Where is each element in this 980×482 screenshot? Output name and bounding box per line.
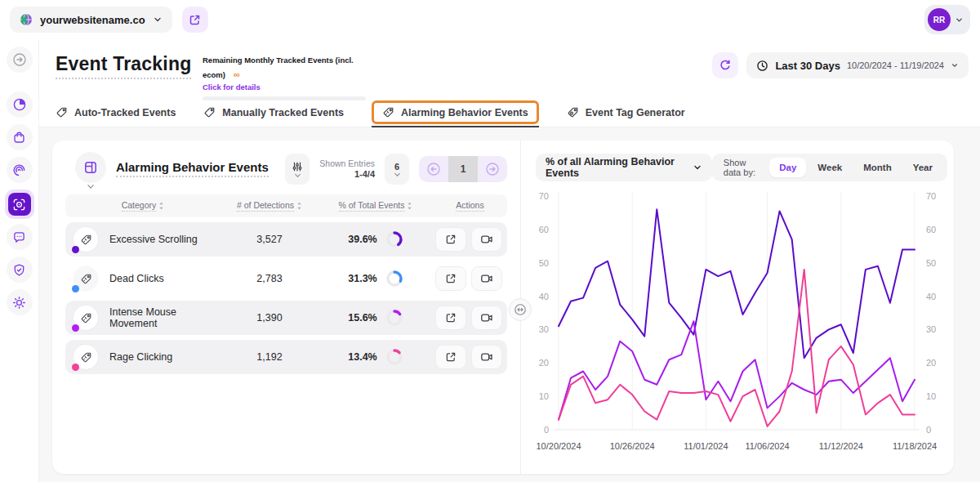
view-recordings-button[interactable] bbox=[471, 227, 502, 252]
column-header[interactable]: Actions bbox=[456, 200, 483, 212]
current-page[interactable]: 1 bbox=[448, 156, 478, 182]
open-details-button[interactable] bbox=[435, 306, 466, 330]
open-details-button[interactable] bbox=[435, 227, 466, 252]
prev-page-button[interactable] bbox=[419, 156, 448, 182]
view-recordings-button[interactable] bbox=[471, 306, 502, 330]
filter-columns-button[interactable] bbox=[285, 154, 310, 185]
sidebar-item-event-tracking[interactable] bbox=[5, 190, 34, 219]
granularity-month[interactable]: Month bbox=[853, 158, 901, 177]
sidebar-item-analytics[interactable] bbox=[7, 91, 33, 118]
tag-icon bbox=[203, 106, 216, 118]
detections-count: 3,527 bbox=[220, 234, 318, 245]
pie-chart-icon bbox=[12, 97, 27, 112]
sidebar-item-settings[interactable] bbox=[7, 289, 33, 315]
column-header[interactable]: % of Total Events bbox=[339, 200, 405, 212]
sidebar-collapse[interactable] bbox=[7, 47, 33, 73]
svg-text:20: 20 bbox=[539, 358, 549, 368]
chevron-down-icon bbox=[87, 184, 95, 190]
shown-entries: Shown Entries 1-4/4 bbox=[319, 158, 375, 181]
sidebar-item-recordings[interactable] bbox=[7, 157, 33, 183]
sidebar-item-feedback[interactable] bbox=[7, 224, 33, 250]
table-rows: Excessive Scrolling 3,527 39.6% Dead Cli… bbox=[65, 222, 507, 379]
percent-value: 13.4% bbox=[348, 351, 376, 363]
table-title: Alarming Behavior Events bbox=[116, 160, 269, 177]
open-details-button[interactable] bbox=[435, 266, 466, 291]
granularity-week[interactable]: Week bbox=[808, 158, 852, 177]
user-avatar: RR bbox=[928, 8, 951, 31]
view-recordings-button[interactable] bbox=[471, 345, 502, 369]
external-link-icon bbox=[445, 234, 457, 245]
sort-icon bbox=[158, 202, 164, 210]
next-page-button[interactable] bbox=[478, 156, 507, 182]
svg-text:60: 60 bbox=[539, 225, 549, 234]
page-header: Event Tracking Remaining Monthly Tracked… bbox=[39, 39, 980, 98]
granularity-year[interactable]: Year bbox=[903, 158, 942, 177]
page-title: Event Tracking bbox=[56, 53, 191, 79]
table-view-selector[interactable] bbox=[75, 152, 106, 183]
percent-donut bbox=[385, 230, 403, 248]
svg-text:30: 30 bbox=[539, 324, 549, 334]
tag-alert-icon bbox=[74, 345, 98, 369]
svg-text:11/01/2024: 11/01/2024 bbox=[684, 441, 728, 451]
video-camera-icon bbox=[480, 311, 493, 324]
date-range-picker[interactable]: Last 30 Days 10/20/2024 - 11/19/2024 bbox=[746, 52, 969, 78]
category-name: Dead Clicks bbox=[109, 273, 164, 284]
chevron-down-icon bbox=[955, 16, 964, 25]
column-header[interactable]: Category bbox=[122, 200, 157, 212]
external-link-icon bbox=[189, 14, 201, 26]
svg-text:10/26/2024: 10/26/2024 bbox=[610, 441, 655, 451]
percent-donut bbox=[385, 309, 403, 327]
period-range: 10/20/2024 - 11/19/2024 bbox=[847, 60, 944, 70]
refresh-button[interactable] bbox=[712, 52, 738, 78]
tab-auto-tracked-events[interactable]: Auto-Tracked Events bbox=[56, 98, 176, 127]
external-link-icon bbox=[445, 351, 457, 363]
svg-text:40: 40 bbox=[926, 292, 936, 301]
sidebar-item-ecommerce[interactable] bbox=[7, 124, 33, 150]
view-recordings-button[interactable] bbox=[471, 266, 502, 291]
external-link-icon bbox=[445, 312, 457, 324]
chart-svg: 00101020203030404050506060707010/20/2024… bbox=[521, 188, 954, 469]
period-label: Last 30 Days bbox=[775, 60, 840, 72]
tag-alert-icon bbox=[74, 306, 98, 330]
percent-donut bbox=[385, 270, 403, 288]
page-size-select[interactable]: 6 bbox=[385, 154, 409, 185]
tab-label: Event Tag Generator bbox=[586, 107, 685, 118]
column-header[interactable]: # of Detections bbox=[237, 200, 294, 212]
detections-count: 1,192 bbox=[220, 351, 318, 363]
granularity-switcher: Show data by: DayWeekMonthYear bbox=[712, 154, 947, 181]
table-row: Rage Clicking 1,192 13.4% bbox=[65, 340, 507, 374]
sidebar-item-security[interactable] bbox=[7, 257, 33, 283]
svg-text:0: 0 bbox=[544, 425, 549, 435]
video-camera-icon bbox=[480, 350, 493, 364]
top-bar: yourwebsitename.co RR bbox=[0, 0, 980, 39]
tag-icon bbox=[567, 106, 579, 118]
shield-check-icon bbox=[12, 263, 26, 277]
tab-alarming-behavior-events[interactable]: Alarming Behavior Events bbox=[372, 98, 539, 127]
table-row: Excessive Scrolling 3,527 39.6% bbox=[65, 222, 507, 257]
svg-text:50: 50 bbox=[926, 258, 936, 268]
series-excessive-scrolling bbox=[559, 209, 915, 358]
user-menu[interactable]: RR bbox=[924, 5, 970, 34]
website-selector[interactable]: yourwebsitename.co bbox=[10, 7, 172, 33]
chevron-down-icon bbox=[294, 173, 301, 178]
svg-text:70: 70 bbox=[539, 191, 549, 201]
tag-alert-icon bbox=[74, 266, 98, 291]
tab-manually-tracked-events[interactable]: Manually Tracked Events bbox=[203, 98, 344, 127]
chart-metric-dropdown[interactable]: % of all Alarming Behavior Events bbox=[536, 154, 712, 181]
category-color-dot bbox=[72, 246, 79, 253]
tab-event-tag-generator[interactable]: Event Tag Generator bbox=[567, 98, 685, 127]
remaining-events-value: ∞ bbox=[234, 69, 240, 79]
open-website-button[interactable] bbox=[182, 7, 208, 33]
svg-text:30: 30 bbox=[926, 324, 936, 334]
granularity-day[interactable]: Day bbox=[769, 158, 806, 177]
open-details-button[interactable] bbox=[435, 345, 466, 369]
clock-icon bbox=[756, 60, 768, 72]
external-link-icon bbox=[445, 273, 457, 284]
show-data-by-label: Show data by: bbox=[717, 158, 768, 177]
click-for-details-link[interactable]: Click for details bbox=[203, 83, 366, 91]
tab-label: Auto-Tracked Events bbox=[74, 107, 176, 118]
series-intense-mouse-movement bbox=[559, 321, 915, 420]
svg-text:50: 50 bbox=[539, 258, 549, 268]
shopping-bag-icon bbox=[12, 131, 26, 145]
chevron-down-icon bbox=[693, 163, 702, 172]
